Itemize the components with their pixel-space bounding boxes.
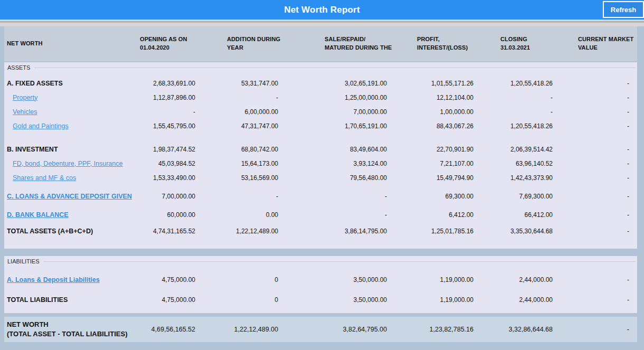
row-link-loans-deposit-liabilities[interactable]: A. Loans & Deposit Liabilities bbox=[4, 276, 140, 283]
column-header-text: MATURED DURING THE bbox=[325, 44, 417, 52]
report-area: NET WORTHOPENING AS ON01.04.2020ADDITION… bbox=[4, 26, 637, 342]
cell-shares-and-mf-cos-sale-matured: 79,56,480.00 bbox=[325, 174, 417, 182]
column-header-addition: ADDITION DURINGYEAR bbox=[227, 35, 325, 52]
column-header-text: VALUE bbox=[578, 44, 637, 52]
row-gold-and-paintings: Gold and Paintings1,55,45,795.0047,31,74… bbox=[4, 119, 637, 133]
row-link-fd-bond-debenture-ppf-insurance[interactable]: FD, bond, Debenture, PPF, Insurance bbox=[4, 160, 140, 167]
net-worth-total-label: NET WORTH (TOTAL ASSET - TOTAL LIABILITI… bbox=[4, 320, 140, 338]
row-link-loans-advance-deposit-given[interactable]: C. LOANS & ADVANCE DEPOSIT GIVEN bbox=[4, 193, 140, 200]
cell-fd-bond-debenture-ppf-insurance-current-market-value: - bbox=[578, 160, 637, 167]
cell-vehicles-opening: - bbox=[140, 108, 227, 116]
app-header: Net Worth Report Refresh bbox=[0, 0, 644, 20]
cell-fd-bond-debenture-ppf-insurance-addition: 15,64,173.00 bbox=[227, 160, 325, 167]
row-loans-advance-deposit-given: C. LOANS & ADVANCE DEPOSIT GIVEN7,00,000… bbox=[4, 189, 637, 203]
net-worth-total-label-line2: (TOTAL ASSET - TOTAL LIABILITIES) bbox=[7, 329, 140, 339]
cell-net-worth-opening: 4,69,56,165.52 bbox=[140, 326, 227, 333]
cell-fixed-assets-addition: 53,31,747.00 bbox=[227, 80, 325, 87]
cell-vehicles-current-market-value: - bbox=[578, 108, 637, 116]
cell-net-worth-profit-interest: 1,23,82,785.16 bbox=[417, 326, 500, 333]
cell-bank-balance-profit-interest: 6,412.00 bbox=[417, 211, 500, 219]
cell-bank-balance-current-market-value: - bbox=[578, 211, 637, 219]
cell-investment-profit-interest: 22,70,901.90 bbox=[417, 146, 500, 153]
row-link-shares-and-mf-cos[interactable]: Shares and MF & cos bbox=[4, 174, 140, 182]
cell-loans-advance-deposit-given-addition: - bbox=[227, 193, 325, 200]
row-vehicles: Vehicles-6,00,000.007,00,000.001,00,000.… bbox=[4, 105, 637, 119]
cell-property-opening: 1,12,87,896.00 bbox=[140, 94, 227, 101]
cell-shares-and-mf-cos-addition: 53,16,569.00 bbox=[227, 174, 325, 182]
cell-fd-bond-debenture-ppf-insurance-closing: 63,96,140.52 bbox=[500, 160, 578, 167]
net-worth-total-label-line1: NET WORTH bbox=[7, 320, 140, 329]
cell-net-worth-sale-matured: 3,82,64,795.00 bbox=[325, 326, 417, 333]
cell-shares-and-mf-cos-current-market-value: - bbox=[578, 174, 637, 182]
refresh-button[interactable]: Refresh bbox=[603, 1, 644, 18]
cell-shares-and-mf-cos-closing: 1,42,43,373.90 bbox=[500, 174, 578, 182]
cell-total-liabilities-profit-interest: 1,19,000.00 bbox=[417, 296, 500, 304]
cell-total-assets-sale-matured: 3,86,14,795.00 bbox=[325, 228, 417, 235]
cell-gold-and-paintings-current-market-value: - bbox=[578, 122, 637, 130]
cell-investment-sale-matured: 83,49,604.00 bbox=[325, 146, 417, 153]
cell-property-current-market-value: - bbox=[578, 94, 637, 101]
cell-vehicles-profit-interest: 1,00,000.00 bbox=[417, 108, 500, 116]
column-header-current-market-value: CURRENT MARKETVALUE bbox=[578, 35, 637, 52]
cell-total-liabilities-closing: 2,44,000.00 bbox=[500, 296, 578, 304]
cell-total-liabilities-opening: 4,75,000.00 bbox=[140, 296, 227, 304]
cell-loans-advance-deposit-given-current-market-value: - bbox=[578, 193, 637, 200]
row-fd-bond-debenture-ppf-insurance: FD, bond, Debenture, PPF, Insurance45,03… bbox=[4, 156, 637, 171]
row-link-gold-and-paintings[interactable]: Gold and Paintings bbox=[4, 122, 140, 130]
cell-total-liabilities-current-market-value: - bbox=[578, 296, 637, 304]
cell-loans-deposit-liabilities-sale-matured: 3,50,000.00 bbox=[325, 276, 417, 283]
row-bank-balance: D. BANK BALANCE60,000.000.00-6,412.0066,… bbox=[4, 207, 637, 222]
column-header-text: YEAR bbox=[227, 44, 325, 52]
cell-loans-deposit-liabilities-current-market-value: - bbox=[578, 276, 637, 283]
cell-vehicles-sale-matured: 7,00,000.00 bbox=[325, 108, 417, 116]
row-shares-and-mf-cos: Shares and MF & cos1,53,33,490.0053,16,5… bbox=[4, 171, 637, 185]
section-legend-assets: ASSETS bbox=[4, 62, 637, 76]
row-link-bank-balance[interactable]: D. BANK BALANCE bbox=[4, 211, 140, 219]
cell-investment-current-market-value: - bbox=[578, 146, 637, 153]
row-property: Property1,12,87,896.00-1,25,00,000.0012,… bbox=[4, 90, 637, 105]
cell-fixed-assets-closing: 1,20,55,418.26 bbox=[500, 80, 578, 87]
section-legend-liabilities: LIABILITIES bbox=[4, 256, 637, 270]
cell-property-closing: - bbox=[500, 94, 578, 101]
cell-loans-deposit-liabilities-addition: 0 bbox=[227, 276, 325, 283]
section-legend-text: LIABILITIES bbox=[7, 258, 40, 264]
row-total-liabilities: TOTAL LIABILITIES4,75,000.0003,50,000.00… bbox=[4, 290, 637, 310]
column-header-opening: OPENING AS ON01.04.2020 bbox=[140, 35, 227, 52]
column-header-text: CLOSING bbox=[500, 35, 578, 44]
row-link-property[interactable]: Property bbox=[4, 94, 140, 101]
cell-net-worth-addition: 1,22,12,489.00 bbox=[227, 326, 325, 333]
cell-investment-closing: 2,06,39,514.42 bbox=[500, 146, 578, 153]
row-label-total-liabilities: TOTAL LIABILITIES bbox=[4, 296, 140, 304]
cell-gold-and-paintings-addition: 47,31,747.00 bbox=[227, 122, 325, 130]
cell-loans-deposit-liabilities-closing: 2,44,000.00 bbox=[500, 276, 578, 283]
cell-property-profit-interest: 12,12,104.00 bbox=[417, 94, 500, 101]
net-worth-total-row: NET WORTH (TOTAL ASSET - TOTAL LIABILITI… bbox=[4, 317, 637, 342]
row-label-fixed-assets: A. FIXED ASSETS bbox=[4, 80, 140, 87]
column-header-text: 01.04.2020 bbox=[140, 44, 227, 52]
column-header-text: PROFIT, bbox=[417, 35, 500, 44]
cell-property-sale-matured: 1,25,00,000.00 bbox=[325, 94, 417, 101]
cell-total-assets-closing: 3,35,30,644.68 bbox=[500, 228, 578, 235]
row-fixed-assets: A. FIXED ASSETS2,68,33,691.0053,31,747.0… bbox=[4, 76, 637, 90]
column-header-text: INTEREST/(LOSS) bbox=[417, 44, 500, 52]
column-header-text: OPENING AS ON bbox=[140, 35, 227, 44]
column-header-text: 31.03.2021 bbox=[500, 44, 578, 52]
table-header-row: NET WORTHOPENING AS ON01.04.2020ADDITION… bbox=[4, 26, 637, 61]
cell-gold-and-paintings-sale-matured: 1,70,65,191.00 bbox=[325, 122, 417, 130]
cell-shares-and-mf-cos-opening: 1,53,33,490.00 bbox=[140, 174, 227, 182]
row-link-vehicles[interactable]: Vehicles bbox=[4, 108, 140, 116]
cell-loans-advance-deposit-given-opening: 7,00,000.00 bbox=[140, 193, 227, 200]
page-title: Net Worth Report bbox=[284, 5, 360, 15]
column-header-closing: CLOSING31.03.2021 bbox=[500, 35, 578, 52]
cell-total-assets-addition: 1,22,12,489.00 bbox=[227, 228, 325, 235]
cell-bank-balance-sale-matured: - bbox=[325, 211, 417, 219]
cell-bank-balance-addition: 0.00 bbox=[227, 211, 325, 219]
cell-fd-bond-debenture-ppf-insurance-opening: 45,03,984.52 bbox=[140, 160, 227, 167]
section-assets: ASSETSA. FIXED ASSETS2,68,33,691.0053,31… bbox=[4, 62, 637, 249]
column-header-text: CURRENT MARKET bbox=[578, 35, 637, 44]
column-header-text: ADDITION DURING bbox=[227, 35, 325, 44]
cell-net-worth-closing: 3,32,86,644.68 bbox=[500, 326, 578, 333]
column-header-net-worth: NET WORTH bbox=[4, 40, 140, 48]
row-total-assets: TOTAL ASSETS (A+B+C+D)4,74,31,165.521,22… bbox=[4, 224, 637, 238]
cell-investment-addition: 68,80,742.00 bbox=[227, 146, 325, 153]
